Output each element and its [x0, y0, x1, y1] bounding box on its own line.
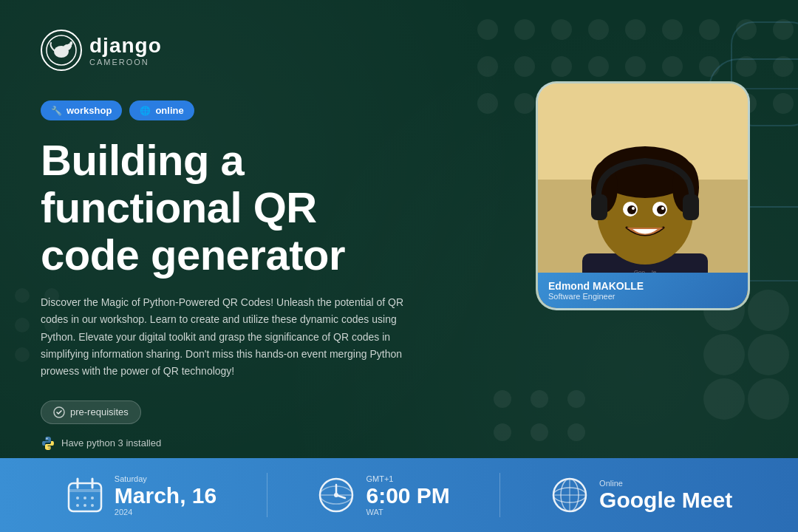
workshop-icon: 🔧	[51, 106, 62, 116]
logo-area: django Cameroon	[41, 30, 757, 71]
tag-online-label: online	[155, 105, 183, 116]
tag-workshop-label: workshop	[66, 105, 112, 116]
tags-row: 🔧 workshop 🌐 online	[41, 100, 757, 120]
python-req-text: Have python 3 installed	[61, 437, 161, 449]
main-title: Building a functional QR code generator	[41, 137, 395, 278]
django-logo-icon	[41, 30, 82, 71]
logo-text: django Cameroon	[89, 34, 162, 66]
python-requirement: Have python 3 installed	[41, 436, 757, 451]
check-circle-icon	[53, 406, 65, 418]
tag-workshop: 🔧 workshop	[41, 100, 122, 120]
python-icon	[41, 436, 55, 451]
title-line1: Building a	[41, 136, 244, 184]
svg-point-55	[49, 447, 50, 449]
svg-point-54	[47, 437, 48, 439]
event-description: Discover the Magic of Python-Powered QR …	[41, 294, 425, 379]
title-line3: code generator	[41, 231, 345, 279]
title-line2: functional QR	[41, 183, 317, 231]
prereq-badge: pre-requisites	[41, 400, 141, 424]
logo-django-label: django	[89, 34, 162, 58]
logo-cameroon-label: Cameroon	[89, 58, 162, 66]
main-content: django Cameroon 🔧 workshop 🌐 online Buil…	[0, 0, 798, 532]
prereq-label: pre-requisites	[70, 406, 129, 417]
online-icon: 🌐	[140, 106, 151, 116]
tag-online: 🌐 online	[129, 100, 194, 120]
